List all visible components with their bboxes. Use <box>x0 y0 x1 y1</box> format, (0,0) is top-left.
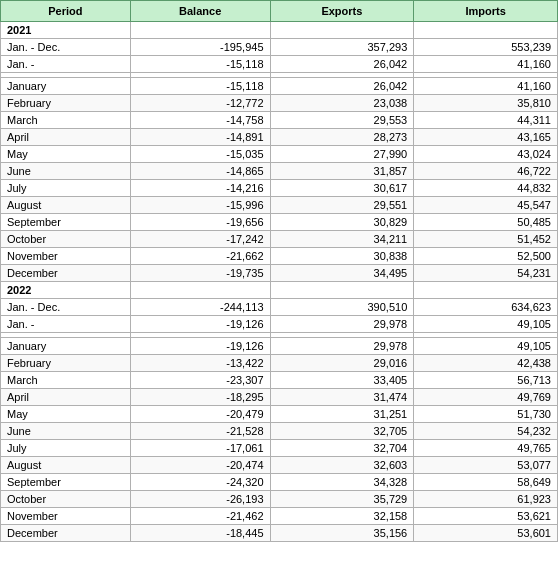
month-balance: -12,772 <box>130 95 270 112</box>
month-exports: 32,704 <box>270 440 414 457</box>
year-exports-empty <box>270 282 414 299</box>
month-imports: 53,077 <box>414 457 558 474</box>
summary-balance: -244,113 <box>130 299 270 316</box>
month-row: September -24,320 34,328 58,649 <box>1 474 558 491</box>
month-balance: -19,126 <box>130 338 270 355</box>
month-imports: 44,311 <box>414 112 558 129</box>
year-balance-empty <box>130 22 270 39</box>
month-period: June <box>1 423 131 440</box>
month-balance: -15,035 <box>130 146 270 163</box>
summary-imports: 41,160 <box>414 56 558 73</box>
month-exports: 29,978 <box>270 338 414 355</box>
month-row: December -19,735 34,495 54,231 <box>1 265 558 282</box>
month-imports: 43,024 <box>414 146 558 163</box>
year-exports-empty <box>270 22 414 39</box>
month-row: July -14,216 30,617 44,832 <box>1 180 558 197</box>
month-row: June -21,528 32,705 54,232 <box>1 423 558 440</box>
year-balance-empty <box>130 282 270 299</box>
month-balance: -13,422 <box>130 355 270 372</box>
month-row: May -20,479 31,251 51,730 <box>1 406 558 423</box>
month-imports: 53,621 <box>414 508 558 525</box>
month-balance: -17,242 <box>130 231 270 248</box>
month-exports: 29,016 <box>270 355 414 372</box>
month-balance: -19,656 <box>130 214 270 231</box>
month-exports: 29,551 <box>270 197 414 214</box>
month-row: August -20,474 32,603 53,077 <box>1 457 558 474</box>
summary-period: Jan. - Dec. <box>1 299 131 316</box>
month-balance: -23,307 <box>130 372 270 389</box>
month-period: October <box>1 231 131 248</box>
summary-balance: -15,118 <box>130 56 270 73</box>
month-exports: 23,038 <box>270 95 414 112</box>
month-row: August -15,996 29,551 45,547 <box>1 197 558 214</box>
month-exports: 34,495 <box>270 265 414 282</box>
month-row: October -26,193 35,729 61,923 <box>1 491 558 508</box>
year-header-2022: 2022 <box>1 282 558 299</box>
month-exports: 31,251 <box>270 406 414 423</box>
month-exports: 30,617 <box>270 180 414 197</box>
month-period: July <box>1 180 131 197</box>
month-period: June <box>1 163 131 180</box>
month-imports: 58,649 <box>414 474 558 491</box>
month-exports: 31,857 <box>270 163 414 180</box>
month-row: February -12,772 23,038 35,810 <box>1 95 558 112</box>
month-row: July -17,061 32,704 49,765 <box>1 440 558 457</box>
month-balance: -18,445 <box>130 525 270 542</box>
month-imports: 46,722 <box>414 163 558 180</box>
month-balance: -14,758 <box>130 112 270 129</box>
month-row: January -15,118 26,042 41,160 <box>1 78 558 95</box>
month-imports: 44,832 <box>414 180 558 197</box>
header-balance: Balance <box>130 1 270 22</box>
month-period: April <box>1 129 131 146</box>
header-exports: Exports <box>270 1 414 22</box>
summary-row: Jan. - Dec. -195,945 357,293 553,239 <box>1 39 558 56</box>
summary-period: Jan. - <box>1 316 131 333</box>
month-exports: 26,042 <box>270 78 414 95</box>
month-period: August <box>1 197 131 214</box>
month-exports: 29,553 <box>270 112 414 129</box>
month-balance: -20,474 <box>130 457 270 474</box>
month-balance: -20,479 <box>130 406 270 423</box>
summary-period: Jan. - Dec. <box>1 39 131 56</box>
month-exports: 28,273 <box>270 129 414 146</box>
header-imports: Imports <box>414 1 558 22</box>
year-label: 2021 <box>1 22 131 39</box>
month-exports: 32,603 <box>270 457 414 474</box>
summary-imports: 553,239 <box>414 39 558 56</box>
month-balance: -15,118 <box>130 78 270 95</box>
month-exports: 34,211 <box>270 231 414 248</box>
month-period: October <box>1 491 131 508</box>
month-exports: 27,990 <box>270 146 414 163</box>
year-header-2021: 2021 <box>1 22 558 39</box>
month-period: February <box>1 355 131 372</box>
month-imports: 61,923 <box>414 491 558 508</box>
month-imports: 35,810 <box>414 95 558 112</box>
month-imports: 52,500 <box>414 248 558 265</box>
month-exports: 33,405 <box>270 372 414 389</box>
month-exports: 31,474 <box>270 389 414 406</box>
summary-balance: -195,945 <box>130 39 270 56</box>
month-period: December <box>1 265 131 282</box>
month-period: November <box>1 248 131 265</box>
month-period: August <box>1 457 131 474</box>
month-balance: -26,193 <box>130 491 270 508</box>
month-period: May <box>1 406 131 423</box>
month-exports: 35,729 <box>270 491 414 508</box>
month-period: May <box>1 146 131 163</box>
month-period: September <box>1 474 131 491</box>
month-period: February <box>1 95 131 112</box>
month-period: March <box>1 372 131 389</box>
month-period: January <box>1 338 131 355</box>
summary-row: Jan. - -19,126 29,978 49,105 <box>1 316 558 333</box>
month-balance: -17,061 <box>130 440 270 457</box>
summary-exports: 26,042 <box>270 56 414 73</box>
summary-exports: 29,978 <box>270 316 414 333</box>
month-imports: 53,601 <box>414 525 558 542</box>
month-period: April <box>1 389 131 406</box>
month-balance: -21,662 <box>130 248 270 265</box>
month-row: January -19,126 29,978 49,105 <box>1 338 558 355</box>
month-period: September <box>1 214 131 231</box>
summary-row: Jan. - Dec. -244,113 390,510 634,623 <box>1 299 558 316</box>
month-imports: 50,485 <box>414 214 558 231</box>
year-label: 2022 <box>1 282 131 299</box>
